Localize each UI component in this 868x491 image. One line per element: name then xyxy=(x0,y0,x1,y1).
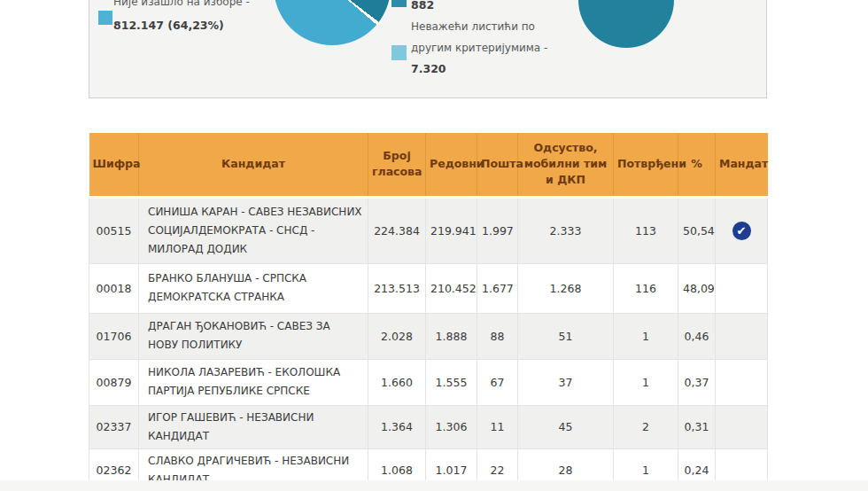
cell-regular: 1.555 xyxy=(426,359,477,405)
column-header-1: Кандидат xyxy=(139,133,368,197)
cell-code: 00018 xyxy=(89,263,139,313)
column-header-2: Број гласова xyxy=(368,133,426,197)
cell-code: 00515 xyxy=(89,197,139,263)
cell-candidate: СИНИША КАРАН - САВЕЗ НЕЗАВИСНИХ СОЦИЈАЛД… xyxy=(139,197,368,263)
invalid-legend-swatch-top-icon xyxy=(391,0,407,7)
cell-percent: 48,09 xyxy=(678,263,716,313)
cell-mail: 88 xyxy=(477,313,518,359)
cell-regular: 1.306 xyxy=(426,405,477,448)
cell-candidate: ИГОР ГАШЕВИЋ - НЕЗАВИСНИ КАНДИДАТ xyxy=(139,405,368,448)
table-row: 00515СИНИША КАРАН - САВЕЗ НЕЗАВИСНИХ СОЦ… xyxy=(89,197,768,263)
cell-regular: 1.888 xyxy=(426,313,477,359)
results-table-body: 00515СИНИША КАРАН - САВЕЗ НЕЗАВИСНИХ СОЦ… xyxy=(89,197,768,491)
invalid-legend: 882 Неважећи листићи по другим критерију… xyxy=(411,0,547,80)
table-header-row: ШифраКандидатБрој гласоваРедовниПоштаОдс… xyxy=(89,133,768,197)
turnout-pie-chart xyxy=(274,0,391,45)
cell-absence: 37 xyxy=(518,359,614,405)
turnout-legend-value: 812.147 (64,23%) xyxy=(113,19,224,32)
footer-strip xyxy=(0,480,868,491)
table-row: 00018БРАНКО БЛАНУША - СРПСКА ДЕМОКРАТСКА… xyxy=(89,263,768,313)
cell-mandate xyxy=(716,313,768,359)
column-header-5: Одсуство, мобилни тим и ДКП xyxy=(518,133,614,197)
cell-absence: 45 xyxy=(518,405,614,448)
cell-percent: 50,54 xyxy=(678,197,716,263)
cell-votes: 213.513 xyxy=(368,263,426,313)
cell-confirmed: 1 xyxy=(614,359,678,405)
cell-mail: 1.677 xyxy=(477,263,518,313)
cell-percent: 0,37 xyxy=(678,359,716,405)
cell-candidate: БРАНКО БЛАНУША - СРПСКА ДЕМОКРАТСКА СТРА… xyxy=(139,263,368,313)
invalid-legend-top-value: 882 xyxy=(411,0,547,16)
cell-votes: 224.384 xyxy=(368,197,426,263)
column-header-0: Шифра xyxy=(89,133,139,197)
cell-absence: 2.333 xyxy=(518,197,614,263)
column-header-8: Мандат xyxy=(716,133,768,197)
cell-code: 00879 xyxy=(89,359,139,405)
cell-mandate xyxy=(716,359,768,405)
invalid-ballots-pie-chart xyxy=(578,0,674,48)
column-header-3: Редовни xyxy=(426,133,477,197)
cell-regular: 219.941 xyxy=(426,197,477,263)
cell-votes: 1.364 xyxy=(368,405,426,448)
cell-mandate xyxy=(716,405,768,448)
cell-votes: 1.660 xyxy=(368,359,426,405)
cell-absence: 1.268 xyxy=(518,263,614,313)
cell-percent: 0,46 xyxy=(678,313,716,359)
cell-mail: 1.997 xyxy=(477,197,518,263)
cell-code: 01706 xyxy=(89,313,139,359)
invalid-legend-label-line1: Неважећи листићи по xyxy=(411,16,547,37)
cell-mandate xyxy=(716,263,768,313)
cell-candidate: ДРАГАН ЂОКАНОВИЋ - САВЕЗ ЗА НОВУ ПОЛИТИК… xyxy=(139,313,368,359)
cell-confirmed: 1 xyxy=(614,313,678,359)
column-header-4: Пошта xyxy=(477,133,518,197)
cell-code: 02337 xyxy=(89,405,139,448)
table-row: 02337ИГОР ГАШЕВИЋ - НЕЗАВИСНИ КАНДИДАТ1.… xyxy=(89,405,768,448)
cell-confirmed: 2 xyxy=(614,405,678,448)
invalid-legend-swatch-bottom-icon xyxy=(391,45,407,60)
table-row: 00879НИКОЛА ЛАЗАРЕВИЋ - ЕКОЛОШКА ПАРТИЈА… xyxy=(89,359,768,405)
results-table: ШифраКандидатБрој гласоваРедовниПоштаОдс… xyxy=(89,133,768,491)
column-header-6: Потврђени xyxy=(614,133,678,197)
charts-panel: Није изашло на изборе - 812.147 (64,23%)… xyxy=(89,0,767,98)
mandate-check-icon: ✔ xyxy=(732,222,751,240)
cell-regular: 210.452 xyxy=(426,263,477,313)
cell-candidate: НИКОЛА ЛАЗАРЕВИЋ - ЕКОЛОШКА ПАРТИЈА РЕПУ… xyxy=(139,359,368,405)
cell-confirmed: 113 xyxy=(614,197,678,263)
cell-percent: 0,31 xyxy=(678,405,716,448)
table-row: 01706ДРАГАН ЂОКАНОВИЋ - САВЕЗ ЗА НОВУ ПО… xyxy=(89,313,768,359)
turnout-legend-swatch-icon xyxy=(98,11,112,25)
cell-mandate: ✔ xyxy=(716,197,768,263)
cell-absence: 51 xyxy=(518,313,614,359)
cell-confirmed: 116 xyxy=(614,263,678,313)
invalid-legend-bottom-value: 7.320 xyxy=(411,58,547,80)
invalid-legend-label-line2: другим критеријумима - xyxy=(411,37,547,58)
turnout-legend-label: Није изашло на изборе - xyxy=(113,0,250,9)
cell-mail: 67 xyxy=(477,359,518,405)
cell-mail: 11 xyxy=(477,405,518,448)
cell-votes: 2.028 xyxy=(368,313,426,359)
